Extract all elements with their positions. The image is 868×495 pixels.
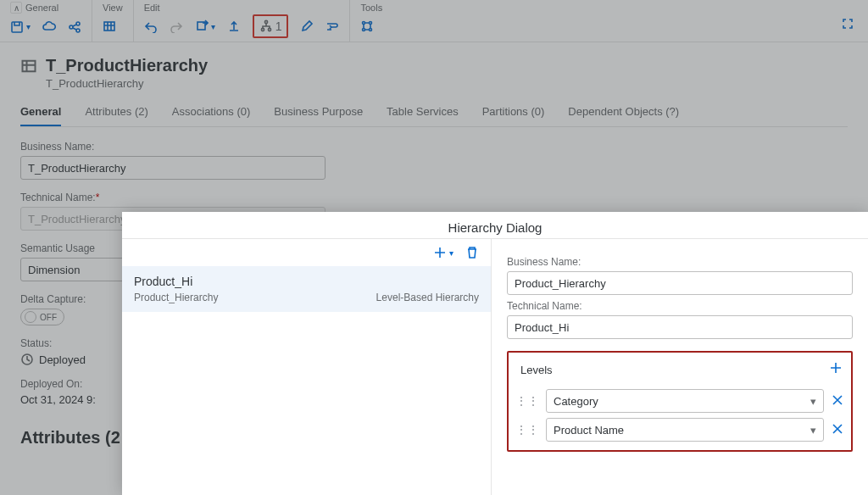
level-select[interactable]: Category ▾	[546, 389, 824, 413]
add-level-button[interactable]	[829, 361, 843, 379]
close-icon	[831, 422, 844, 436]
dialog-title: Hierarchy Dialog	[122, 212, 868, 238]
drag-handle-icon[interactable]: ⋮⋮	[515, 394, 539, 408]
dlg-technical-name-field[interactable]: Product_Hi	[507, 315, 853, 339]
hierarchy-item-name: Product_Hi	[134, 275, 479, 288]
dialog-right-pane: Business Name: Product_Hierarchy Technic…	[492, 238, 868, 495]
dialog-left-pane: ▾ Product_Hi Product_Hierarchy Level-Bas…	[122, 238, 492, 495]
level-row: ⋮⋮ Product Name ▾	[515, 418, 844, 442]
modal-scrim: Hierarchy Dialog ▾ Product_Hi Product_H	[0, 0, 868, 495]
levels-title: Levels	[520, 364, 553, 376]
level-row: ⋮⋮ Category ▾	[515, 389, 844, 413]
trash-icon	[465, 246, 479, 259]
dlg-technical-name-label: Technical Name:	[507, 300, 853, 312]
plus-icon	[829, 361, 843, 375]
level-select[interactable]: Product Name ▾	[546, 418, 824, 442]
close-icon	[831, 393, 844, 407]
plus-icon	[433, 246, 447, 259]
chevron-down-icon: ▾	[810, 395, 816, 408]
dlg-business-name-label: Business Name:	[507, 256, 853, 268]
chevron-down-icon: ▾	[449, 248, 453, 258]
hierarchy-item-secondary: Product_Hierarchy	[134, 292, 218, 303]
remove-level-button[interactable]	[831, 422, 844, 438]
remove-level-button[interactable]	[831, 393, 844, 409]
drag-handle-icon[interactable]: ⋮⋮	[515, 423, 539, 437]
hierarchy-item-type: Level-Based Hierarchy	[376, 292, 479, 303]
delete-hierarchy-button[interactable]	[465, 246, 479, 259]
add-hierarchy-button[interactable]: ▾	[433, 246, 453, 259]
hierarchy-list-item[interactable]: Product_Hi Product_Hierarchy Level-Based…	[122, 266, 491, 312]
hierarchy-dialog: Hierarchy Dialog ▾ Product_Hi Product_H	[122, 212, 868, 495]
levels-highlight-box: Levels ⋮⋮ Category ▾	[507, 351, 853, 452]
dlg-business-name-field[interactable]: Product_Hierarchy	[507, 271, 853, 295]
chevron-down-icon: ▾	[810, 424, 816, 437]
